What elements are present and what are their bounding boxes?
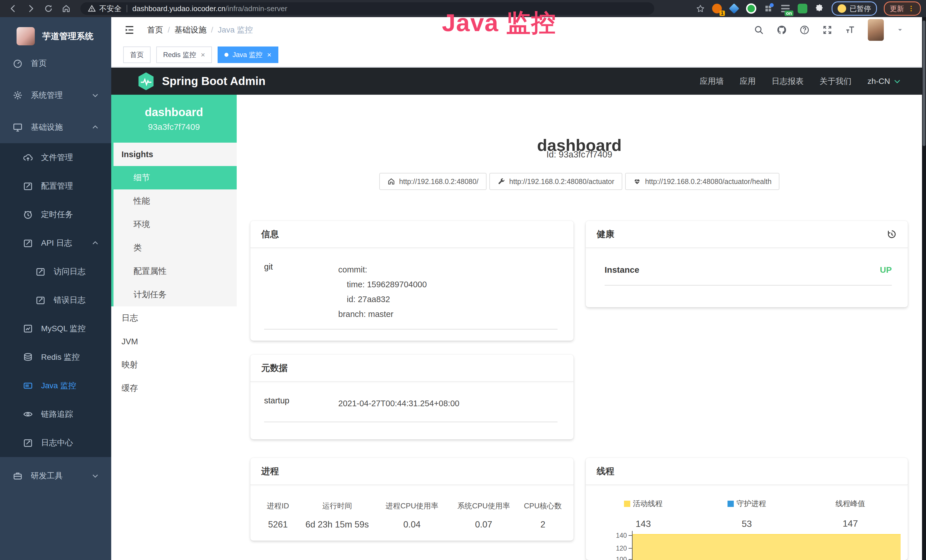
back-icon[interactable] xyxy=(9,4,18,13)
extension-y-icon[interactable] xyxy=(746,3,756,14)
forward-icon[interactable] xyxy=(26,4,35,13)
insights-section-title: Insights xyxy=(113,143,237,166)
extension-c-icon[interactable]: 1 xyxy=(712,3,722,14)
sba-nav-journal[interactable]: 日志报表 xyxy=(772,76,803,87)
extensions-puzzle-icon[interactable] xyxy=(814,3,825,14)
sba-menu-logfile[interactable]: 日志 xyxy=(111,306,237,330)
extension-list-icon[interactable]: on xyxy=(780,3,791,14)
sba-nav-applications[interactable]: 应用 xyxy=(740,76,756,87)
browser-home-icon[interactable] xyxy=(62,4,71,13)
sba-menu-metrics[interactable]: 性能 xyxy=(113,189,237,213)
y-tick-140: 140 xyxy=(603,532,627,539)
sba-logo-icon[interactable] xyxy=(138,72,154,91)
update-button[interactable]: 更新 xyxy=(884,2,921,16)
fullscreen-icon[interactable] xyxy=(822,25,832,35)
sba-menu-mappings[interactable]: 映射 xyxy=(111,353,237,377)
scrollbar-thumb[interactable] xyxy=(923,21,925,146)
threads-chart: 140 120 100 xyxy=(586,529,908,560)
eye-icon xyxy=(23,409,33,419)
sidebar-item-api-log[interactable]: API 日志 xyxy=(0,229,111,257)
instance-name: dashboard xyxy=(145,106,203,119)
sba-nav-about[interactable]: 关于我们 xyxy=(820,76,852,87)
sba-menu-classes[interactable]: 类 xyxy=(113,236,237,260)
sba-locale-select[interactable]: zh-CN xyxy=(867,77,902,86)
breadcrumb: 首页 / 基础设施 / Java 监控 xyxy=(147,24,253,35)
sba-menu-environment[interactable]: 环境 xyxy=(113,213,237,236)
sba-menu-details[interactable]: 细节 xyxy=(113,166,237,189)
browser-menu-kebab-icon[interactable] xyxy=(908,5,915,12)
home-icon xyxy=(387,177,395,185)
history-icon[interactable] xyxy=(887,229,897,239)
sba-main-content: dashboard Id: 93a3fc7f7409 http://192.16… xyxy=(237,95,922,560)
tags-view-bar: 首页 Redis 监控 × Java 监控 × xyxy=(111,43,922,67)
insights-section: Insights 细节 性能 环境 类 配置属性 计划任务 xyxy=(111,143,237,306)
address-separator xyxy=(127,5,127,12)
info-panel-body: git commit: time: 1596289704000 id: 27aa… xyxy=(250,248,573,330)
breadcrumb-infra[interactable]: 基础设施 xyxy=(174,24,206,35)
toolbox-icon xyxy=(12,471,23,481)
sidebar-item-trace[interactable]: 链路追踪 xyxy=(0,400,111,428)
sidebar-toggle-icon[interactable] xyxy=(124,24,135,36)
reload-icon[interactable] xyxy=(44,4,53,13)
sidebar-item-mysql-monitor[interactable]: MySQL 监控 xyxy=(0,314,111,343)
health-url-button[interactable]: http://192.168.0.2:48080/actuator/health xyxy=(625,173,779,190)
avatar-caret-down-icon[interactable] xyxy=(896,26,904,34)
extension-c-badge: 1 xyxy=(720,11,725,16)
sba-nav-wall[interactable]: 应用墙 xyxy=(700,76,724,87)
paused-badge[interactable]: 已暂停 xyxy=(832,2,877,16)
daemon-threads-label: 守护进程 xyxy=(737,499,766,509)
sba-menu-caches[interactable]: 缓存 xyxy=(111,377,237,400)
tag-java-monitor[interactable]: Java 监控 × xyxy=(218,47,278,63)
sidebar-item-infra[interactable]: 基础设施 xyxy=(0,111,111,143)
sidebar-item-file-manage[interactable]: 文件管理 xyxy=(0,143,111,172)
process-panel-body: 进程ID 5261 运行时间 6d 23h 15m 59s 进程CPU使用率 0… xyxy=(250,485,573,530)
user-avatar[interactable] xyxy=(868,19,884,41)
sidebar-item-java-monitor[interactable]: Java 监控 xyxy=(0,371,111,400)
process-col-process-cpu: 进程CPU使用率 xyxy=(374,501,449,511)
paused-label: 已暂停 xyxy=(850,4,871,14)
sba-brand[interactable]: Spring Boot Admin xyxy=(162,75,265,88)
page-scrollbar[interactable] xyxy=(922,17,926,560)
y-tickmark xyxy=(629,535,632,536)
not-secure-warning-icon[interactable] xyxy=(88,5,96,12)
bookmark-star-icon[interactable] xyxy=(696,4,705,13)
process-uptime-value: 6d 23h 15m 59s xyxy=(300,519,374,530)
sba-navbar: Spring Boot Admin 应用墙 应用 日志报表 关于我们 zh-CN xyxy=(111,68,922,95)
process-col-cpu-cores: CPU核心数 xyxy=(518,501,568,511)
sidebar-item-redis-monitor[interactable]: Redis 监控 xyxy=(0,343,111,371)
extension-grid-icon[interactable] xyxy=(763,3,773,14)
info-value-git: commit: time: 1596289704000 id: 27aa832 … xyxy=(338,262,427,321)
health-panel-body: Instance UP xyxy=(586,248,908,286)
github-icon[interactable] xyxy=(776,25,787,35)
sidebar-item-home[interactable]: 首页 xyxy=(0,47,111,79)
sidebar-item-access-log[interactable]: 访问日志 xyxy=(0,257,111,286)
metadata-panel-body: startup 2021-04-27T00:44:31.254+08:00 xyxy=(250,382,573,422)
actuator-url-button[interactable]: http://192.168.0.2:48080/actuator xyxy=(489,173,622,190)
search-icon[interactable] xyxy=(754,25,764,35)
service-url-button[interactable]: http://192.168.0.2:48080/ xyxy=(379,173,487,190)
instance-links: http://192.168.0.2:48080/ http://192.168… xyxy=(237,173,922,190)
sidebar-item-scheduled-job[interactable]: 定时任务 xyxy=(0,200,111,229)
sidebar-item-dev-tools[interactable]: 研发工具 xyxy=(0,460,111,492)
sba-menu-jvm[interactable]: JVM xyxy=(111,330,237,353)
sidebar-item-log-center[interactable]: 日志中心 xyxy=(0,428,111,457)
extension-gem-icon[interactable] xyxy=(729,3,739,14)
edit-icon xyxy=(23,181,33,191)
breadcrumb-home[interactable]: 首页 xyxy=(147,24,163,35)
edit-icon xyxy=(23,437,33,448)
tag-redis-monitor[interactable]: Redis 监控 × xyxy=(156,47,212,63)
tag-home[interactable]: 首页 xyxy=(123,47,151,63)
help-icon[interactable] xyxy=(799,25,809,35)
font-size-icon[interactable] xyxy=(845,25,855,35)
sidebar-item-config-manage[interactable]: 配置管理 xyxy=(0,172,111,200)
sidebar-item-system[interactable]: 系统管理 xyxy=(0,79,111,111)
sidebar-item-error-log[interactable]: 错误日志 xyxy=(0,286,111,314)
extension-leaf-icon[interactable] xyxy=(797,3,808,14)
close-icon[interactable]: × xyxy=(267,51,271,59)
metadata-panel: 元数据 startup 2021-04-27T00:44:31.254+08:0… xyxy=(250,354,573,439)
sba-menu-scheduled-tasks[interactable]: 计划任务 xyxy=(113,283,237,306)
y-tick-100: 100 xyxy=(603,556,627,560)
sba-menu-config-props[interactable]: 配置属性 xyxy=(113,260,237,283)
close-icon[interactable]: × xyxy=(201,51,205,59)
sba-instance-header: dashboard 93a3fc7f7409 xyxy=(111,95,237,143)
